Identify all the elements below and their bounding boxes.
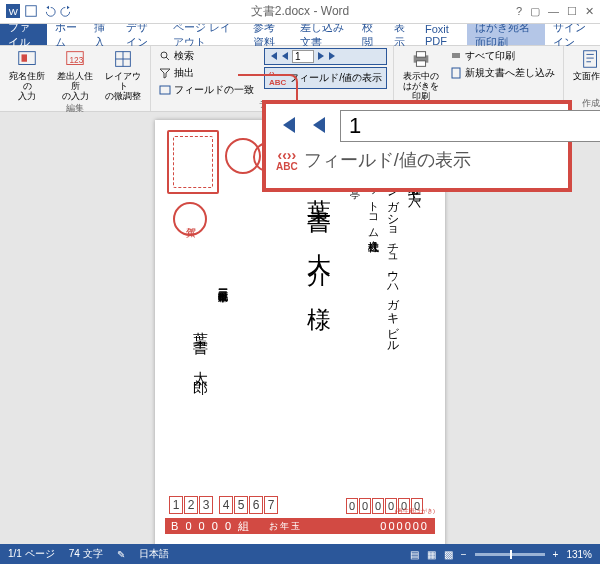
help-icon[interactable]: ? [516,5,522,18]
tab-review[interactable]: 校閲 [354,24,385,45]
print-all-button[interactable]: すべて印刷 [448,48,557,64]
tab-hagaki-print[interactable]: はがき宛名面印刷 [467,24,545,45]
prev-record-icon[interactable] [308,114,330,138]
svg-rect-4 [22,54,28,61]
sender-address-button[interactable]: 123差出人住所 の入力 [54,48,96,102]
print-current-button[interactable]: 表示中の はがきを印刷 [400,48,442,102]
callout-zoom: ‹‹››ABC フィールド/値の表示 [262,100,572,192]
field-value-toggle-label[interactable]: フィールド/値の表示 [304,148,471,172]
maximize-icon[interactable]: ☐ [567,5,577,18]
group-create-label: 作成 [570,97,600,110]
save-icon[interactable] [24,4,38,20]
zoom-out-icon[interactable]: − [461,549,467,560]
zoom-in-icon[interactable]: + [553,549,559,560]
svg-text:W: W [9,5,19,16]
recipient-address-line2: ネンガショチュウハガキビル [384,164,401,384]
title-bar: W 文書2.docx - Word ? ▢ — ☐ ✕ [0,0,600,24]
first-record-icon[interactable] [276,114,298,138]
svg-text:123: 123 [70,56,84,65]
window-title: 文書2.docx - Word [251,3,349,20]
next-record-icon[interactable] [316,51,326,63]
view-print-layout-icon[interactable]: ▤ [410,549,419,560]
recipient-address-button[interactable]: 宛名住所の 入力 [6,48,48,102]
status-bar: 1/1 ページ 74 文字 ✎ 日本語 ▤ ▦ ▩ − + 131% [0,544,600,564]
lottery-number: 000000 [380,520,429,532]
svg-rect-14 [452,68,460,78]
prev-record-icon[interactable] [280,51,290,63]
tab-foxit[interactable]: Foxit PDF [417,24,467,45]
window-controls: ? ▢ — ☐ ✕ [516,5,594,18]
tab-page-layout[interactable]: ページ レイアウト [165,24,245,45]
last-record-icon[interactable] [328,51,338,63]
layout-adjust-button[interactable]: レイアウト の微調整 [102,48,144,102]
redo-icon[interactable] [60,4,74,20]
tab-mailings[interactable]: 差し込み文書 [292,24,354,45]
create-message-button[interactable]: 文面作成 [570,48,600,82]
tab-design[interactable]: デザイン [118,24,165,45]
svg-rect-2 [26,5,37,16]
sender-zip: 1 2 3 4 5 6 7 [169,496,278,514]
svg-rect-15 [584,51,597,68]
view-web-layout-icon[interactable]: ▩ [444,549,453,560]
tab-file[interactable]: ファイル [0,24,47,45]
group-edit: 宛名住所の 入力 123差出人住所 の入力 レイアウト の微調整 編集 [0,46,151,111]
minimize-icon[interactable]: — [548,5,559,18]
sender-name: 葉書 太郎 [191,320,210,470]
sender-address: 東京都千代田区筆町一ー二ー三 [215,284,229,464]
lottery-bar: B 0 0 0 0 組 お年玉 000000 [165,518,435,534]
record-number-input[interactable] [292,50,314,63]
word-count[interactable]: 74 文字 [69,547,103,561]
abc-icon: ‹‹››ABC [276,149,298,171]
record-nav [264,48,387,65]
ribbon-options-icon[interactable]: ▢ [530,5,540,18]
close-icon[interactable]: ✕ [585,5,594,18]
zoom-slider[interactable] [475,553,545,556]
find-button[interactable]: 検索 [157,48,256,64]
record-number-input[interactable] [340,110,600,142]
first-record-icon[interactable] [268,51,278,63]
tab-view[interactable]: 表示 [386,24,417,45]
tab-home[interactable]: ホーム [47,24,86,45]
language-indicator[interactable]: 日本語 [139,547,169,561]
stamp-box [167,130,219,194]
recipient-address-line1: 都千代田区筆町五ー七ー一六 [405,160,423,390]
ribbon-tabs: ファイル ホーム 挿入 デザイン ページ レイアウト 参考資料 差し込み文書 校… [0,24,600,46]
page-indicator[interactable]: 1/1 ページ [8,547,55,561]
recycled-note: (再生紙はがき) [395,507,435,516]
word-app-icon: W [6,4,20,20]
proofing-icon[interactable]: ✎ [117,549,125,560]
quick-access-toolbar: W [6,4,74,20]
merge-new-doc-button[interactable]: 新規文書へ差し込み [448,65,557,81]
view-read-mode-icon[interactable]: ▦ [427,549,436,560]
svg-rect-11 [417,52,426,58]
signin-link[interactable]: サインイン [545,24,600,45]
tab-references[interactable]: 参考資料 [245,24,292,45]
lottery-group: B 0 0 0 0 組 [171,519,251,534]
nenga-mark: 年賀 [173,202,207,236]
recipient-address-line3: 筆ドットコム株式会社 [366,168,381,378]
undo-icon[interactable] [42,4,56,20]
tab-insert[interactable]: 挿入 [86,24,117,45]
recipient-address-line4: 年賀状部 亭 [347,170,361,370]
svg-rect-12 [417,61,426,67]
zoom-level[interactable]: 131% [566,549,592,560]
recipient-name: 葉書 大介 様 [303,180,335,440]
lottery-label: お年玉 [269,520,302,533]
svg-rect-9 [160,86,170,94]
svg-rect-13 [452,53,460,58]
